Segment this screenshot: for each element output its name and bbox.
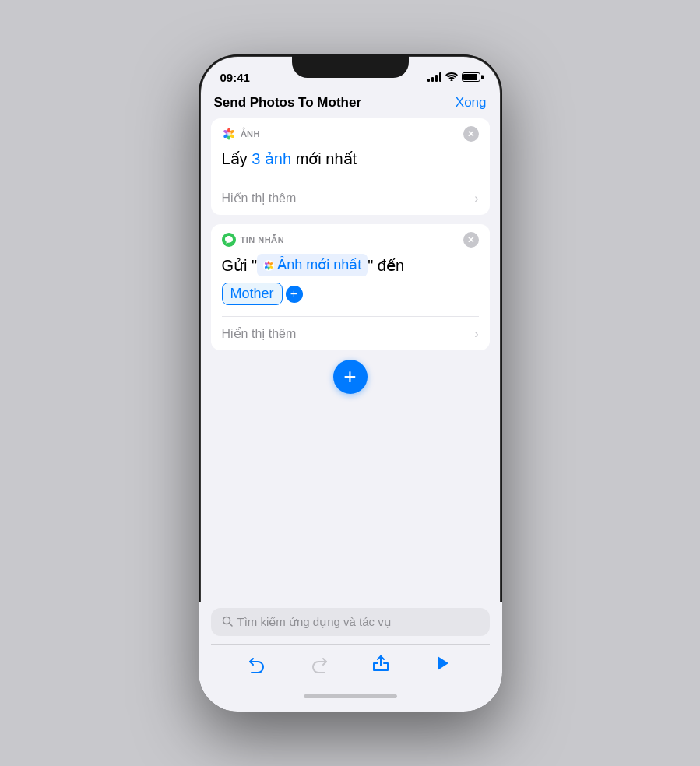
mother-recipient-token[interactable]: Mother — [222, 283, 283, 305]
messages-card-header: TIN NHẮN ✕ — [211, 224, 490, 252]
messages-text-gui: Gửi " — [222, 257, 258, 274]
status-time: 09:41 — [220, 71, 250, 84]
bottom-toolbar — [211, 644, 490, 685]
photos-label-text: ẢNH — [241, 129, 260, 139]
svg-point-8 — [227, 132, 231, 136]
svg-line-18 — [229, 623, 232, 626]
signal-icon — [427, 72, 441, 82]
wifi-icon — [445, 72, 458, 83]
messages-show-more-text: Hiển thị thêm — [222, 326, 297, 341]
photos-chevron-icon: › — [474, 192, 478, 206]
photos-card-body: Lấy 3 ảnh mới nhất — [211, 146, 490, 181]
nav-bar: Send Photos To Mother Xong — [199, 89, 502, 118]
messages-card: TIN NHẮN ✕ Gửi " — [211, 224, 490, 350]
photos-card: ẢNH ✕ Lấy 3 ảnh mới nhất Hiển thị thêm › — [211, 118, 490, 215]
home-bar — [304, 694, 397, 698]
photos-text-moi: mới nhất — [296, 150, 357, 167]
photos-card-text: Lấy 3 ảnh mới nhất — [222, 148, 479, 170]
home-indicator — [211, 685, 490, 712]
share-button[interactable] — [367, 649, 395, 677]
messages-card-body: Gửi " Ảnh mới nhất " đến — [211, 252, 490, 316]
messages-chevron-icon: › — [474, 327, 478, 341]
add-icon: + — [343, 364, 356, 389]
messages-show-more[interactable]: Hiển thị thêm › — [211, 317, 490, 350]
photos-show-more-text: Hiển thị thêm — [222, 191, 297, 206]
photos-text-lay: Lấy — [222, 150, 248, 167]
undo-button[interactable] — [243, 649, 271, 677]
add-action-area: + — [211, 360, 490, 394]
search-icon — [222, 616, 233, 629]
add-recipient-button[interactable]: + — [286, 286, 303, 303]
search-bar[interactable]: Tìm kiếm ứng dụng và tác vụ — [211, 608, 490, 636]
messages-card-close[interactable]: ✕ — [463, 232, 479, 248]
messages-text-den: " đến — [368, 257, 404, 274]
photos-card-close[interactable]: ✕ — [463, 126, 479, 142]
search-placeholder: Tìm kiếm ứng dụng và tác vụ — [237, 615, 392, 629]
messages-card-text: Gửi " Ảnh mới nhất " đến — [222, 254, 479, 276]
photos-app-label: ẢNH — [222, 127, 260, 141]
svg-marker-20 — [438, 656, 448, 670]
add-action-button[interactable]: + — [333, 360, 368, 394]
content-area: ẢNH ✕ Lấy 3 ảnh mới nhất Hiển thị thêm › — [199, 118, 502, 394]
photo-token[interactable]: Ảnh mới nhất — [257, 254, 368, 276]
messages-app-label: TIN NHẮN — [222, 233, 285, 247]
messages-label-text: TIN NHẮN — [241, 235, 285, 245]
photos-count-highlight[interactable]: 3 ảnh — [252, 150, 291, 167]
play-button[interactable] — [429, 649, 457, 677]
svg-point-0 — [450, 79, 452, 81]
status-icons — [427, 72, 480, 83]
photos-app-icon — [222, 127, 236, 141]
battery-icon — [462, 72, 480, 82]
photos-show-more[interactable]: Hiển thị thêm › — [211, 181, 490, 215]
bottom-area: Tìm kiếm ứng dụng và tác vụ — [199, 602, 502, 712]
redo-button[interactable] — [305, 649, 333, 677]
done-button[interactable]: Xong — [456, 95, 487, 111]
photo-token-text: Ảnh mới nhất — [277, 255, 361, 275]
phone-frame: 09:41 Send Photos To Mother — [199, 54, 502, 712]
page-title: Send Photos To Mother — [214, 95, 362, 111]
messages-app-icon — [222, 233, 236, 247]
photos-card-header: ẢNH ✕ — [211, 118, 490, 146]
notch — [292, 54, 409, 78]
svg-point-16 — [267, 263, 271, 267]
